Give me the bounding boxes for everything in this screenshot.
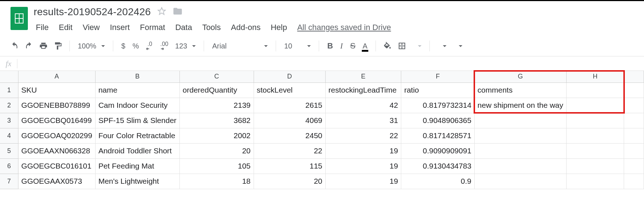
cell[interactable]: stockLevel (254, 82, 325, 98)
menu-data[interactable]: Data (175, 23, 192, 32)
column-header[interactable]: F (401, 71, 475, 82)
cell[interactable]: GGOEAAXN066328 (18, 143, 95, 158)
cell[interactable]: 18 (179, 174, 254, 189)
bold-button[interactable]: B (324, 39, 336, 52)
decrease-decimal-button[interactable]: .0 (143, 39, 156, 52)
column-header[interactable]: G (474, 71, 566, 82)
cell[interactable] (624, 98, 644, 113)
vertical-align-button[interactable] (451, 45, 465, 47)
cell[interactable]: 0.8179732314 (401, 98, 475, 113)
cell[interactable]: 22 (325, 128, 401, 143)
row-header[interactable]: 2 (0, 98, 18, 113)
menu-file[interactable]: File (36, 23, 48, 32)
column-header[interactable]: B (95, 71, 179, 82)
menu-help[interactable]: Help (271, 23, 287, 32)
cell[interactable]: GGOEGAAX0573 (18, 174, 95, 189)
cell[interactable]: 31 (325, 113, 401, 128)
cell[interactable]: GGOEGCBQ016499 (18, 113, 95, 128)
cell[interactable]: comments (474, 82, 566, 98)
cell[interactable]: SKU (18, 82, 95, 98)
format-currency-button[interactable]: $ (118, 39, 128, 52)
italic-button[interactable]: I (337, 39, 346, 52)
cell[interactable]: restockingLeadTime (325, 82, 401, 98)
row-header[interactable]: 6 (0, 158, 18, 174)
cell[interactable] (624, 82, 644, 98)
cell[interactable] (624, 143, 644, 158)
cell[interactable] (566, 82, 624, 98)
undo-button[interactable] (8, 39, 21, 52)
borders-button[interactable] (395, 39, 408, 52)
cell[interactable]: ratio (401, 82, 475, 98)
cell[interactable]: 0.8171428571 (401, 128, 475, 143)
cell[interactable]: GGOENEBB078899 (18, 98, 95, 113)
menu-insert[interactable]: Insert (110, 23, 130, 32)
column-header[interactable]: C (179, 71, 254, 82)
fill-color-button[interactable] (381, 39, 394, 52)
column-header[interactable] (624, 71, 644, 82)
zoom-select[interactable]: 100% (75, 42, 108, 50)
cell[interactable]: 105 (179, 158, 254, 174)
row-header[interactable]: 1 (0, 82, 18, 98)
cell[interactable]: 2615 (254, 98, 325, 113)
column-header[interactable]: H (566, 71, 624, 82)
cell[interactable]: 22 (254, 143, 325, 158)
cell[interactable] (624, 158, 644, 174)
cell[interactable] (624, 174, 644, 189)
cell[interactable]: 19 (325, 158, 401, 174)
row-header[interactable]: 3 (0, 113, 18, 128)
cell[interactable] (474, 143, 566, 158)
font-size-select[interactable]: 10 (281, 42, 314, 50)
cell[interactable]: 0.9 (401, 174, 475, 189)
cell[interactable]: 42 (325, 98, 401, 113)
column-header[interactable]: A (18, 71, 95, 82)
font-select[interactable]: Arial (209, 42, 271, 50)
doc-title[interactable]: results-20190524-202426 (34, 6, 151, 18)
cell[interactable] (566, 113, 624, 128)
row-header[interactable]: 4 (0, 128, 18, 143)
menu-tools[interactable]: Tools (202, 23, 221, 32)
text-color-button[interactable]: A (360, 39, 370, 52)
cell[interactable]: 2450 (254, 128, 325, 143)
merge-cells-button[interactable] (410, 45, 424, 47)
cell[interactable]: 20 (179, 143, 254, 158)
print-button[interactable] (37, 39, 50, 52)
menu-view[interactable]: View (82, 23, 99, 32)
cell[interactable]: 0.9090909091 (401, 143, 475, 158)
cell[interactable]: SPF-15 Slim & Slender (95, 113, 179, 128)
cell[interactable]: 115 (254, 158, 325, 174)
cell[interactable]: 4069 (254, 113, 325, 128)
redo-button[interactable] (22, 39, 35, 52)
cell[interactable] (566, 174, 624, 189)
formula-input[interactable] (17, 56, 644, 71)
cell[interactable]: 19 (325, 143, 401, 158)
folder-icon[interactable] (173, 6, 183, 18)
column-header[interactable]: E (325, 71, 401, 82)
drive-status[interactable]: All changes saved in Drive (297, 23, 391, 32)
cell[interactable]: 2002 (179, 128, 254, 143)
cell[interactable]: GGOEGCBC016101 (18, 158, 95, 174)
cell[interactable]: 2139 (179, 98, 254, 113)
cell[interactable]: Four Color Retractable (95, 128, 179, 143)
column-header[interactable]: D (254, 71, 325, 82)
cell[interactable] (474, 113, 566, 128)
cell[interactable]: Men's Lightweight (95, 174, 179, 189)
menu-addons[interactable]: Add-ons (231, 23, 260, 32)
menu-edit[interactable]: Edit (59, 23, 72, 32)
cell[interactable] (474, 174, 566, 189)
format-percent-button[interactable]: % (130, 39, 142, 52)
star-icon[interactable] (157, 7, 166, 17)
cell[interactable]: 0.9130434783 (401, 158, 475, 174)
row-header[interactable]: 5 (0, 143, 18, 158)
cell[interactable] (624, 128, 644, 143)
cell[interactable]: Pet Feeding Mat (95, 158, 179, 174)
cell[interactable]: 0.9048906365 (401, 113, 475, 128)
cell[interactable]: 19 (325, 174, 401, 189)
sheets-logo[interactable] (7, 5, 31, 32)
menu-format[interactable]: Format (140, 23, 165, 32)
cell[interactable]: 3682 (179, 113, 254, 128)
cell[interactable]: new shipment on the way (474, 98, 566, 113)
cell[interactable]: name (95, 82, 179, 98)
cell[interactable]: orderedQuantity (179, 82, 254, 98)
paint-format-button[interactable] (51, 39, 64, 52)
cell[interactable]: Android Toddler Short (95, 143, 179, 158)
